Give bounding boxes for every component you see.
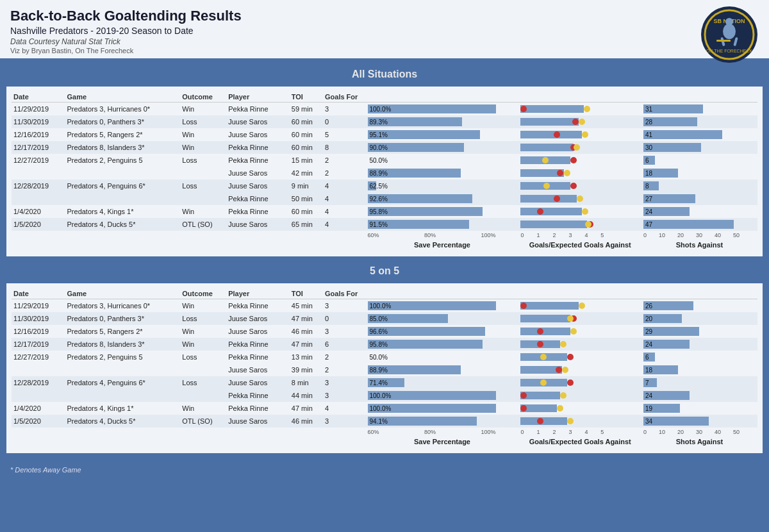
main-title: Back-to-Back Goaltending Results: [10, 8, 759, 24]
dot-actual-goals: [537, 418, 543, 424]
table-row: 11/30/2019Predators 0, Panthers 3*LossJu…: [12, 115, 757, 128]
shots-bar-fill: [643, 417, 709, 426]
shots-axis: 0 10 20 30 40 50: [643, 232, 740, 238]
axis-goals: 0 1 2 3 4 5: [518, 231, 641, 240]
goals-container: [520, 194, 604, 204]
dot-actual-goals: [520, 392, 527, 399]
save-pct-label: 95.1%: [368, 131, 388, 138]
goals-container: [520, 313, 604, 324]
shots-label: 26: [643, 303, 652, 310]
dot-actual-goals: [537, 341, 543, 347]
cell-outcome: [180, 363, 226, 376]
cell-shots-bar: 34: [641, 415, 757, 428]
shots-label: 18: [643, 170, 652, 177]
th-toi: TOI: [290, 90, 323, 103]
cell-savepct-bar: 100.0%: [366, 103, 519, 116]
cell-player: Juuse Saros: [226, 115, 290, 128]
cell-game: Predators 0, Panthers 3*: [65, 312, 181, 325]
cell-goals-bar: [518, 141, 641, 154]
save-pct-label: 95.8%: [368, 341, 388, 348]
shots-label: 34: [643, 418, 652, 425]
table-row: Juuse Saros42 min2 88.9% 18: [12, 167, 757, 179]
shots-label: 47: [643, 221, 652, 228]
cell-goalsfor: 4: [323, 205, 366, 218]
table-section-1: DateGameOutcomePlayerTOIGoals For11/29/2…: [6, 283, 763, 453]
cell-shots-bar: 24: [641, 338, 757, 351]
cell-game: Predators 5, Rangers 2*: [65, 128, 181, 141]
cell-player: Juuse Saros: [226, 376, 290, 389]
table-row: 12/28/2019Predators 4, Penguins 6*LossJu…: [12, 179, 757, 192]
cell-player: Juuse Saros: [226, 363, 290, 376]
cell-game: Predators 4, Kings 1*: [65, 205, 181, 218]
bar-container: 96.6%: [368, 327, 517, 336]
cell-game: Predators 4, Penguins 6*: [65, 376, 181, 389]
cell-savepct-bar: 95.8%: [366, 205, 519, 218]
cell-goals-bar: [518, 154, 641, 167]
dot-actual-goals: [554, 195, 560, 202]
cell-date: 12/28/2019: [12, 179, 65, 192]
cell-date: 11/30/2019: [12, 115, 65, 128]
goals-bar-fill: [520, 105, 584, 113]
cell-date: 12/17/2019: [12, 141, 65, 154]
cell-date: [12, 192, 65, 205]
svg-point-3: [725, 18, 733, 26]
th-bar: [366, 90, 519, 103]
cell-game: Predators 8, Islanders 3*: [65, 141, 181, 154]
bar-container: 92.6%: [368, 194, 517, 203]
goals-bar-fill: [520, 315, 570, 322]
cell-player: Pekka Rinne: [226, 103, 290, 116]
cell-game: Predators 8, Islanders 3*: [65, 338, 181, 351]
goals-container: [520, 206, 604, 217]
cell-savepct-bar: 88.9%: [366, 363, 519, 376]
footnote: * Denotes Away Game: [0, 462, 769, 478]
shots-container: 19: [643, 404, 756, 413]
save-pct-label: 62.5%: [368, 183, 388, 190]
cell-player: Pekka Rinne: [226, 154, 290, 167]
cell-goals-bar: [518, 376, 641, 389]
cell-savepct-bar: 91.5%: [366, 218, 519, 231]
cell-date: 12/17/2019: [12, 338, 65, 351]
cell-savepct-bar: 94.1%: [366, 415, 519, 428]
cell-game: [65, 192, 181, 205]
label-shots: Shots Against: [641, 240, 757, 250]
shots-label: 28: [643, 119, 652, 126]
th-shots: [641, 287, 757, 299]
goals-bar-fill: [520, 208, 582, 215]
cell-date: [12, 167, 65, 179]
cell-outcome: Loss: [180, 179, 226, 192]
cell-goals-bar: [518, 167, 641, 179]
cell-savepct-bar: 88.9%: [366, 167, 519, 179]
cell-shots-bar: 26: [641, 299, 757, 313]
th-shots: [641, 90, 757, 103]
axis-goals: 0 1 2 3 4 5: [518, 428, 641, 436]
cell-date: 11/30/2019: [12, 312, 65, 325]
dot-expected-goals: [567, 315, 574, 322]
shots-container: 24: [643, 340, 756, 349]
header: Back-to-Back Goaltending Results Nashvil…: [0, 0, 769, 58]
cell-goals-bar: [518, 115, 641, 128]
cell-goalsfor: 3: [323, 325, 366, 338]
cell-player: Pekka Rinne: [226, 389, 290, 402]
cell-game: Predators 4, Kings 1*: [65, 402, 181, 415]
th-bar: [366, 287, 519, 299]
cell-game: Predators 0, Panthers 3*: [65, 115, 181, 128]
cell-goalsfor: 2: [323, 351, 366, 363]
cell-goalsfor: 4: [323, 192, 366, 205]
cell-player: Juuse Saros: [226, 179, 290, 192]
dot-actual-goals: [537, 208, 543, 215]
save-pct-label: 92.6%: [368, 195, 388, 203]
bar-container: 85.0%: [368, 314, 517, 323]
table-row: 12/17/2019Predators 8, Islanders 3*WinPe…: [12, 141, 757, 154]
save-pct-label: 100.0%: [368, 405, 392, 412]
cell-player: Juuse Saros: [226, 128, 290, 141]
shots-label: 6: [643, 354, 649, 361]
table-row: Pekka Rinne44 min3 100.0% 24: [12, 389, 757, 402]
cell-date: 1/4/2020: [12, 205, 65, 218]
table-row: 1/5/2020Predators 4, Ducks 5*OTL (SO)Juu…: [12, 218, 757, 231]
bar-container: 88.9%: [368, 169, 517, 178]
label-row-1: Save PercentageGoals/Expected Goals Agai…: [12, 436, 757, 447]
cell-outcome: [180, 389, 226, 402]
cell-toi: 60 min: [290, 205, 323, 218]
goals-bar-fill: [520, 118, 579, 126]
cell-toi: 60 min: [290, 115, 323, 128]
